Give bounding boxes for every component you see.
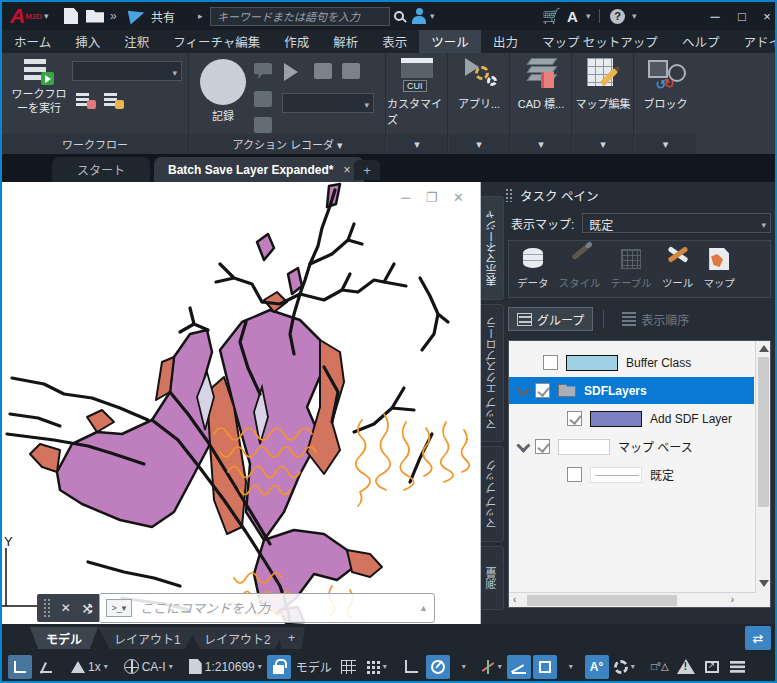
ucs-toggle-button[interactable]	[8, 655, 32, 679]
buffer-class-checkbox[interactable]	[543, 355, 558, 370]
coordinate-system-button[interactable]: CA-I ▾	[121, 655, 176, 679]
map-base-collapse-icon[interactable]	[516, 438, 530, 452]
ucs-edit-button[interactable]	[34, 655, 58, 679]
scroll-down-icon[interactable]	[759, 580, 769, 587]
share-button[interactable]: 共有	[129, 2, 175, 30]
applications-button[interactable]: アプリ...	[449, 56, 509, 111]
ribbon-tab-view[interactable]: 表示	[370, 30, 419, 53]
display-map-select[interactable]: 既定 ▾	[582, 213, 771, 233]
tab-close-icon[interactable]: ×	[343, 163, 350, 177]
scroll-up-icon[interactable]	[759, 345, 769, 352]
tab-layout1[interactable]: レイアウト1	[98, 627, 197, 649]
settings-button[interactable]: ▾	[611, 655, 638, 679]
run-workflow-button[interactable]: ワークフローを実行	[10, 59, 68, 116]
ribbon-tab-output[interactable]: 出力	[481, 30, 530, 53]
edit-workflow-icon[interactable]	[76, 91, 96, 109]
map-edit-button[interactable]: マップ編集	[573, 56, 633, 111]
ribbon-tab-tools[interactable]: ツール	[419, 30, 481, 53]
ribbon-tab-addins[interactable]: アドイン	[731, 30, 777, 53]
polar-tracking-button[interactable]	[426, 655, 450, 679]
search-expand-icon[interactable]: ▸	[198, 2, 203, 30]
command-prompt-icon[interactable]: >_▾	[106, 599, 132, 617]
model-space-button[interactable]: モデル	[293, 655, 335, 679]
drag-handle-icon[interactable]	[43, 598, 50, 618]
graphics-performance-button[interactable]	[674, 655, 698, 679]
object-snap-tracking-button[interactable]	[507, 655, 531, 679]
cad-standards-button[interactable]: CAD 標...	[511, 56, 571, 111]
data-button[interactable]: データ	[517, 246, 549, 290]
sign-in-button[interactable]	[412, 2, 426, 30]
app-store-button[interactable]: 🛒	[542, 2, 561, 30]
annotation-visibility-button[interactable]: A°	[585, 655, 609, 679]
drawing-window-controls[interactable]: ─ ❐ ✕	[401, 190, 470, 205]
exaggeration-button[interactable]: 1x ▾	[68, 655, 111, 679]
cad-standards-flyout[interactable]: ▾	[511, 134, 571, 154]
side-tab-display-manager[interactable]: 表示マネージャ	[481, 196, 504, 300]
task-pane-header[interactable]: タスク ペイン	[505, 184, 773, 206]
help-caret-icon[interactable]: ▾	[632, 2, 637, 30]
workflow-combobox[interactable]: ▾	[72, 61, 182, 81]
scale-button[interactable]: 1:210699 ▾	[186, 655, 265, 679]
command-close-icon[interactable]: ✕	[61, 601, 71, 615]
insert-message-icon[interactable]	[342, 63, 360, 79]
command-line-grip[interactable]: ✕ ⚒	[37, 594, 99, 622]
horizontal-scroll-thumb[interactable]	[527, 595, 677, 606]
workflow-panel-title[interactable]: ワークフロー	[2, 134, 188, 154]
macro-combobox[interactable]: ▾	[282, 93, 374, 113]
new-drawing-tab-button[interactable]: +	[354, 160, 380, 180]
tab-start[interactable]: スタート	[52, 157, 150, 182]
play-macro-icon[interactable]	[284, 63, 298, 81]
block-button[interactable]: ↺↻ ブロック	[635, 56, 696, 111]
scroll-right-icon[interactable]: ›	[731, 594, 734, 605]
add-action-icon[interactable]	[254, 91, 272, 107]
new-file-button[interactable]	[64, 2, 78, 30]
sdflayers-collapse-icon[interactable]	[516, 382, 530, 396]
iso-draft-button[interactable]: ▾	[478, 655, 505, 679]
tree-row-sdflayers[interactable]: SDFLayers	[509, 377, 754, 404]
command-wrench-icon[interactable]: ⚒	[80, 602, 95, 614]
ribbon-tab-map-setup[interactable]: マップ セットアップ	[530, 30, 670, 53]
comment-icon[interactable]	[254, 63, 272, 79]
side-tab-map-explorer[interactable]: マップ エクスプローラ	[481, 304, 504, 442]
side-tab-map-book[interactable]: マップ ブック	[481, 446, 504, 542]
tree-row-map-base[interactable]: マップ ベース	[509, 433, 754, 460]
customize-button[interactable]: CUI カスタマイズ	[387, 56, 447, 127]
preference-icon[interactable]	[254, 117, 272, 133]
tab-model[interactable]: モデル	[30, 627, 98, 649]
new-workflow-icon[interactable]	[104, 91, 124, 109]
autodesk-a-button[interactable]: A	[567, 2, 578, 30]
ribbon-tab-help[interactable]: ヘルプ	[670, 30, 732, 53]
snap-toggle-button[interactable]: ▾	[363, 655, 390, 679]
block-flyout[interactable]: ▾	[635, 134, 696, 154]
ribbon-tab-insert[interactable]: 挿入	[63, 30, 112, 53]
qat-more-icon[interactable]: »	[110, 2, 117, 30]
ortho-toggle-button[interactable]	[400, 655, 424, 679]
logo-caret-icon[interactable]: ▾	[44, 11, 49, 21]
minimize-button[interactable]: ─	[702, 2, 728, 30]
command-input-field[interactable]: >_▾ ▲	[99, 593, 435, 623]
customize-flyout[interactable]: ▾	[387, 134, 447, 154]
customization-menu-button[interactable]	[726, 655, 750, 679]
command-input[interactable]	[140, 601, 419, 616]
tree-horizontal-scrollbar[interactable]: ‹ ›	[509, 592, 756, 607]
polar-caret[interactable]: ▾	[452, 655, 476, 679]
ribbon-tab-annotate[interactable]: 注釈	[112, 30, 161, 53]
grid-toggle-button[interactable]	[337, 655, 361, 679]
edit-macro-icon[interactable]	[314, 63, 332, 79]
search-button[interactable]	[394, 2, 404, 30]
tree-row-default[interactable]: 既定	[509, 461, 754, 488]
search-input[interactable]	[210, 7, 390, 26]
new-layout-button[interactable]: +	[278, 627, 305, 649]
isolate-objects-button[interactable]: □°△	[648, 655, 672, 679]
tools-button[interactable]: ツール	[662, 246, 694, 290]
space-switch-button[interactable]: ⇄	[745, 626, 771, 650]
record-button[interactable]: 記録	[200, 59, 246, 123]
tree-row-add-sdf-layer[interactable]: Add SDF Layer	[509, 405, 754, 432]
tree-vertical-scrollbar[interactable]	[755, 341, 770, 607]
osnap-caret[interactable]: ▾	[559, 655, 583, 679]
task-pane-grip-icon[interactable]	[505, 188, 512, 202]
vertical-scroll-thumb[interactable]	[758, 357, 769, 507]
map-button[interactable]: マップ	[703, 246, 735, 290]
app-logo[interactable]: A M3D ▾	[10, 2, 49, 30]
map-base-checkbox[interactable]	[535, 439, 550, 454]
